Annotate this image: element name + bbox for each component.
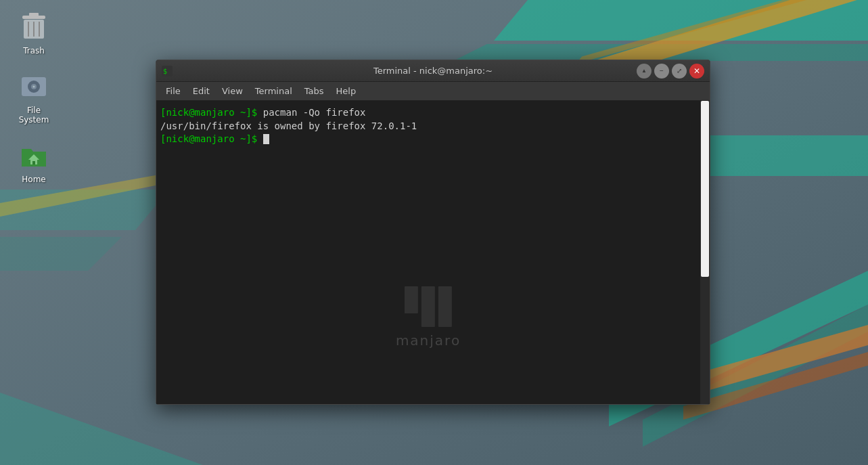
home-icon — [18, 139, 50, 172]
desktop-icons: Trash File System — [0, 0, 68, 195]
home-label: Home — [22, 175, 45, 184]
filesystem-label: File System — [11, 106, 57, 125]
prompt-2: [nick@manjaro ~]$ — [160, 133, 257, 144]
terminal-icon: $ — [162, 66, 173, 76]
trash-icon — [18, 11, 50, 43]
menu-help[interactable]: Help — [331, 84, 362, 98]
menu-tabs[interactable]: Tabs — [299, 84, 329, 98]
terminal-text[interactable]: [nick@manjaro ~]$ pacman -Qo firefox /us… — [156, 101, 700, 404]
cursor — [263, 134, 269, 144]
terminal-title-bar[interactable]: $ Terminal - nick@manjaro:~ ▲ − ⤢ ✕ — [156, 60, 710, 82]
output-1: /usr/bin/firefox is owned by firefox 72.… — [160, 120, 417, 131]
menu-file[interactable]: File — [160, 84, 186, 98]
terminal-line-1: [nick@manjaro ~]$ pacman -Qo firefox — [160, 106, 696, 120]
terminal-scrollbar[interactable] — [700, 101, 710, 404]
menu-edit[interactable]: Edit — [187, 84, 215, 98]
manjaro-watermark: manjaro — [396, 286, 461, 350]
trash-label: Trash — [23, 46, 45, 56]
terminal-line-2: /usr/bin/firefox is owned by firefox 72.… — [160, 120, 696, 133]
terminal-menu-bar: File Edit View Terminal Tabs Help — [156, 82, 710, 101]
svg-rect-15 — [29, 13, 39, 16]
desktop: Trash File System — [0, 0, 868, 465]
svg-rect-27 — [32, 161, 35, 164]
window-controls: ▲ − ⤢ ✕ — [637, 64, 704, 79]
terminal-line-3: [nick@manjaro ~]$ — [160, 133, 696, 146]
scrollbar-thumb[interactable] — [701, 101, 709, 277]
svg-text:$: $ — [163, 68, 167, 75]
terminal-title: Terminal - nick@manjaro:~ — [373, 66, 493, 76]
filesystem-icon-container[interactable]: File System — [7, 66, 61, 129]
svg-point-23 — [33, 86, 35, 88]
close-button[interactable]: ✕ — [689, 64, 704, 79]
svg-rect-32 — [438, 286, 452, 327]
shade-button[interactable]: ▲ — [637, 64, 652, 79]
trash-icon-container[interactable]: Trash — [7, 7, 61, 60]
minimize-button[interactable]: − — [654, 64, 669, 79]
prompt-1: [nick@manjaro ~]$ — [160, 107, 257, 118]
scrollbar-track[interactable] — [700, 101, 710, 404]
maximize-button[interactable]: ⤢ — [672, 64, 687, 79]
svg-rect-30 — [405, 286, 418, 313]
menu-view[interactable]: View — [216, 84, 248, 98]
menu-terminal[interactable]: Terminal — [250, 84, 298, 98]
terminal-content[interactable]: [nick@manjaro ~]$ pacman -Qo firefox /us… — [156, 101, 710, 404]
svg-rect-31 — [421, 286, 435, 327]
manjaro-text: manjaro — [396, 331, 461, 350]
command-1: pacman -Qo firefox — [263, 107, 366, 118]
home-icon-container[interactable]: Home — [7, 135, 61, 188]
filesystem-icon — [18, 70, 50, 103]
terminal-window: $ Terminal - nick@manjaro:~ ▲ − ⤢ ✕ File… — [156, 60, 710, 405]
